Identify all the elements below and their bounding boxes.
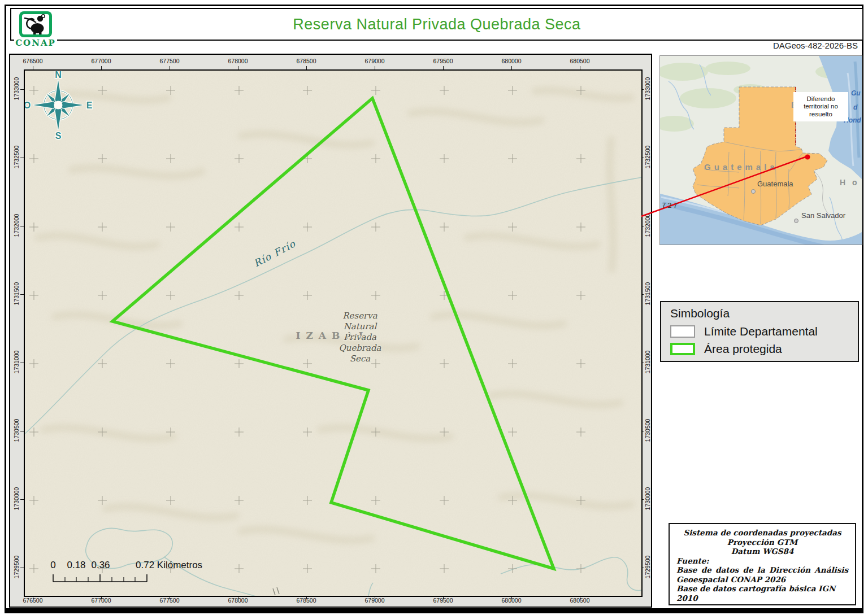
x-axis-label-top: 678000 — [220, 58, 256, 64]
y-axis-label-right: 1729500 — [644, 549, 651, 585]
compass-n-label: N — [55, 71, 62, 80]
inset-gulf-label-2: d — [853, 103, 858, 111]
y-axis-label-left: 1729500 — [13, 549, 20, 585]
y-axis-label-right: 1730000 — [644, 481, 651, 517]
legend: Simbología Límite Departamental Área pro… — [660, 301, 859, 362]
map-document-page: Reserva Natural Privada Quebrada Seca CO… — [0, 0, 868, 615]
svg-text:Seca: Seca — [350, 354, 371, 364]
scale-label-018: 0.18 — [67, 560, 85, 570]
inset-city-label: San Salvador — [801, 211, 846, 220]
compass-s-label: S — [55, 131, 62, 141]
conap-logo: CONAP — [14, 11, 57, 52]
y-axis-label-right: 1731500 — [644, 276, 651, 312]
scale-label-0: 0 — [50, 560, 55, 570]
x-axis-label-top: 677500 — [151, 58, 188, 64]
page-title: Reserva Natural Privada Quebrada Seca — [293, 16, 580, 33]
y-axis-label-left: 1731000 — [13, 344, 20, 380]
inset-capital-label: Guatemala — [757, 180, 793, 188]
y-axis-label-left: 1730000 — [13, 481, 20, 517]
location-marker — [805, 155, 810, 160]
svg-text:Quebrada: Quebrada — [338, 343, 381, 353]
y-axis-label-left: 1732000 — [13, 207, 20, 243]
legend-item-departmental: Límite Departamental — [670, 325, 858, 338]
scale-label-end: 0.72 Kilómetros — [136, 560, 202, 570]
title-bar: Reserva Natural Privada Quebrada Seca — [10, 8, 863, 41]
x-axis-label-top: 679500 — [425, 58, 461, 64]
page-border-bottom — [5, 608, 863, 613]
x-axis-label-top: 676500 — [15, 58, 51, 64]
inset-map: Guatemala Guatemala San Salvador H o B G… — [659, 55, 862, 245]
svg-text:Natural: Natural — [344, 321, 377, 332]
credits-source-line: Base de datos de la Dirección Análisis G… — [676, 565, 848, 584]
doc-code: DAGeos-482-2026-BS — [773, 41, 858, 50]
credits-line: Proyección GTM — [676, 538, 848, 547]
compass-e-label: E — [86, 101, 93, 110]
inset-country-label: Guatemala — [704, 162, 778, 172]
note-line: resuelto — [793, 111, 848, 119]
note-line: Diferendo — [793, 95, 848, 103]
legend-title: Simbología — [670, 307, 858, 320]
y-axis-label-left: 1731500 — [13, 276, 20, 312]
scale-label-036: 0.36 — [91, 560, 110, 570]
y-axis-label-right: 1730500 — [644, 412, 651, 448]
credits-line: Datum WGS84 — [676, 547, 848, 556]
svg-text:Reserva: Reserva — [342, 311, 377, 321]
note-line: territorial no — [793, 103, 848, 111]
inset-gulf-label-1: Gu — [851, 89, 861, 97]
credits-source-line: Base de datos cartografía básica IGN 201… — [676, 584, 848, 603]
credits-box: Sistema de coordenadas proyectadas Proye… — [669, 523, 856, 605]
monkey-icon — [19, 11, 52, 37]
protected-area-swatch — [670, 343, 695, 355]
inset-honduras-label: H o — [840, 178, 860, 187]
x-axis-label-top: 677000 — [83, 58, 119, 64]
x-axis-label-top: 678500 — [288, 58, 324, 64]
legend-item-protected-area: Área protegida — [670, 342, 858, 356]
departmental-swatch — [670, 325, 695, 338]
y-axis-label-left: 1732500 — [13, 139, 20, 175]
y-axis-label-right: 1732000 — [644, 207, 651, 243]
credits-source-heading: Fuente: — [676, 556, 848, 566]
y-axis-label-right: 1732500 — [644, 139, 651, 175]
territorial-note-box: Diferendo territorial no resuelto — [793, 92, 848, 121]
svg-text:Privada: Privada — [344, 332, 376, 342]
x-axis-label-top: 679000 — [357, 58, 393, 64]
y-axis-label-left: 1733000 — [13, 71, 20, 107]
credits-line: Sistema de coordenadas proyectadas — [676, 528, 848, 538]
y-axis-label-right: 1731000 — [644, 344, 651, 380]
map-canvas: Río Frío IZABAL Reserva Natural Privada … — [24, 69, 643, 597]
compass-o-label: O — [25, 101, 31, 110]
conap-logo-text: CONAP — [15, 38, 56, 48]
y-axis-label-left: 1730500 — [13, 412, 20, 448]
x-axis-label-top: 680000 — [493, 58, 530, 64]
x-axis-label-top: 680500 — [562, 58, 598, 64]
y-axis-label-right: 1733000 — [644, 71, 651, 107]
